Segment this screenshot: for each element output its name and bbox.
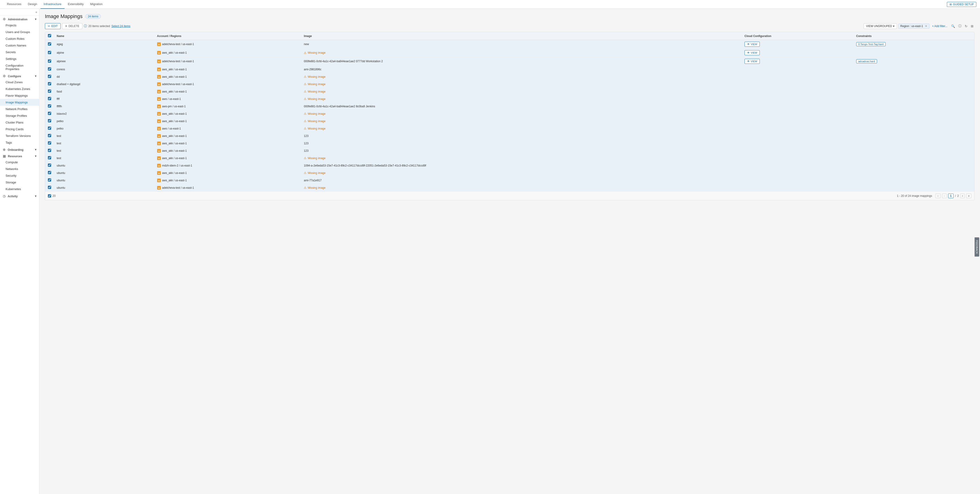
sidebar-item-storage-profiles[interactable]: Storage Profiles [0,113,39,119]
cell-cloud-config [742,81,853,88]
row-checkbox-16[interactable] [48,164,51,167]
sidebar-section-activity[interactable]: ◷ Activity ▾ [0,192,39,199]
select-all-checkbox[interactable] [48,34,51,37]
row-checkbox-18[interactable] [48,178,51,181]
edit-button[interactable]: ✏ EDIT [45,23,60,29]
view-button[interactable]: 👁 VIEW [745,41,760,47]
cell-name: test [54,132,154,140]
sidebar-section-onboarding[interactable]: ⊕ Onboarding ▾ [0,146,39,152]
row-checkbox-11[interactable] [48,127,51,130]
warning-icon: ⚠ [304,119,307,123]
next-page-button[interactable]: › [960,194,965,198]
sidebar-item-cloud-zones[interactable]: Cloud Zones [0,79,39,86]
sidebar-item-network-profiles[interactable]: Network Profiles [0,106,39,113]
search-icon-button[interactable]: 🔍 [950,23,956,29]
footer-checkbox[interactable] [48,194,51,197]
sidebar-item-compute[interactable]: Compute [0,159,39,165]
add-filter-button[interactable]: + Add filter... [931,24,949,29]
sidebar-item-networks[interactable]: Networks [0,165,39,172]
cell-image: ⚠Missing image [301,95,742,103]
filter-tag-region[interactable]: Region : us-east-1 ✕ [898,24,929,29]
sidebar-item-configuration-properties[interactable]: Configuration Properties [0,62,39,72]
cell-constraints [853,110,974,118]
nav-item-resources[interactable]: Resources [4,0,24,9]
sidebar-item-custom-roles[interactable]: Custom Roles [0,35,39,42]
chevron-administration: ▾ [35,17,36,21]
row-checkbox-19[interactable] [48,186,51,189]
row-checkbox-17[interactable] [48,171,51,174]
row-checkbox-8[interactable] [48,104,51,108]
collapse-sidebar-button[interactable]: « [35,10,37,14]
cell-constraints [853,95,974,103]
cell-name: agag [54,40,154,49]
sidebar-item-security[interactable]: Security [0,172,39,179]
row-checkbox-14[interactable] [48,149,51,152]
first-page-button[interactable]: « [935,194,941,198]
row-checkbox-1[interactable] [48,51,51,54]
row-checkbox-9[interactable] [48,112,51,115]
view-button[interactable]: 👁 VIEW [745,59,760,64]
sidebar-item-users-groups[interactable]: Users and Groups [0,29,39,35]
sidebar-item-cluster-plans[interactable]: Cluster Plans [0,119,39,126]
view-ungrouped-button[interactable]: VIEW UNGROUPED ▾ [864,23,897,29]
row-checkbox-4[interactable] [48,75,51,78]
current-page-number[interactable]: 1 [948,194,954,198]
sidebar-item-projects[interactable]: Projects [0,22,39,29]
row-checkbox-5[interactable] [48,82,51,85]
last-page-button[interactable]: » [966,194,971,198]
nav-item-extensibility[interactable]: Extensibility [65,0,87,9]
grid-view-icon-button[interactable]: ⊞ [970,23,974,29]
info-icon-button[interactable]: ⓘ [957,23,963,29]
refresh-icon-button[interactable]: ↻ [964,23,969,29]
sidebar-item-custom-names[interactable]: Custom Names [0,42,39,49]
sidebar-item-tags[interactable]: Tags [0,139,39,146]
sidebar-item-kubernetes-zones[interactable]: Kubernetes Zones [0,86,39,92]
warning-icon: ⚠ [304,51,307,55]
row-checkbox-10[interactable] [48,119,51,122]
sidebar-item-storage[interactable]: Storage [0,179,39,186]
guided-setup-button[interactable]: ⊞ GUIDED SETUP [947,2,976,7]
sidebar-item-settings[interactable]: Settings [0,56,39,62]
sidebar-item-terraform-versions[interactable]: Terraform Versions [0,132,39,139]
row-checkbox-15[interactable] [48,156,51,159]
feedback-tab[interactable]: FEEDBACK [974,237,979,256]
row-checkbox-0[interactable] [48,42,51,46]
cell-constraints [853,184,974,192]
sidebar-section-resources[interactable]: ▦ Resources ▾ [0,152,39,159]
sidebar-item-flavor-mappings[interactable]: Flavor Mappings [0,92,39,99]
row-checkbox-7[interactable] [48,97,51,100]
table-row: ubuntu☁adelcheva-test / us-east-1⚠Missin… [45,184,974,192]
table-row: petko☁aws_akk / us-east-1⚠Missing image [45,118,974,125]
cell-image: ⚠Missing image [301,81,742,88]
cell-account: ☁aws_akk / us-east-1 [154,88,301,95]
cell-cloud-config [742,177,853,184]
warning-icon: ⚠ [304,90,307,93]
nav-item-design[interactable]: Design [24,0,40,9]
constraint-tag: 0:Tango-Test-Tag:hard [856,42,886,46]
cell-constraints [853,49,974,57]
cell-image: 123 [301,147,742,154]
account-icon: ☁ [157,119,161,123]
row-checkbox-2[interactable] [48,59,51,63]
sidebar-item-secrets[interactable]: Secrets [0,49,39,56]
view-button[interactable]: 👁 VIEW [745,50,760,55]
delete-button[interactable]: ✕ DELETE [62,23,82,29]
sidebar-item-image-mappings[interactable]: Image Mappings [0,99,39,106]
filter-close-icon[interactable]: ✕ [925,24,927,28]
sidebar-item-pricing-cards[interactable]: Pricing Cards [0,126,39,132]
sidebar-section-configure[interactable]: ⚙ Configure ▾ [0,72,39,79]
row-checkbox-12[interactable] [48,134,51,137]
row-checkbox-6[interactable] [48,89,51,93]
sidebar-item-kubernetes[interactable]: Kubernetes [0,186,39,192]
row-checkbox-13[interactable] [48,141,51,145]
eye-icon: 👁 [747,43,750,46]
sidebar-section-administration[interactable]: ⚙ Administration ▾ [0,16,39,22]
select-all-link[interactable]: Select 24 items [111,24,130,28]
table-row: test☁aws_akk / us-east-1123 [45,140,974,147]
prev-page-button[interactable]: ‹ [942,194,947,198]
row-checkbox-3[interactable] [48,67,51,70]
activity-icon: ◷ [3,194,6,198]
nav-item-infrastructure[interactable]: Infrastructure [40,0,65,9]
nav-item-migration[interactable]: Migration [87,0,106,9]
warning-icon: ⚠ [304,127,307,130]
